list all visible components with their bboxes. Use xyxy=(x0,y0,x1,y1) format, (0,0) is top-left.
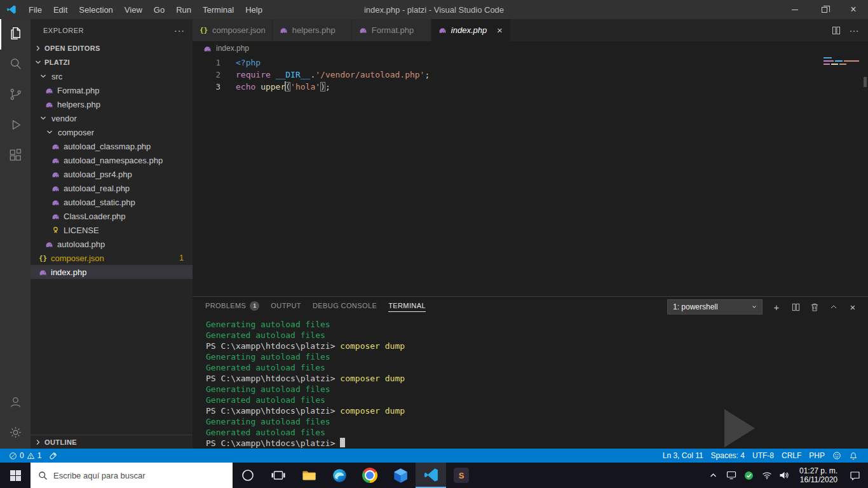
taskbar-search[interactable]: Escribe aquí para buscar xyxy=(31,463,233,488)
tab-helpers-php[interactable]: helpers.php xyxy=(273,19,352,41)
menu-selection[interactable]: Selection xyxy=(73,0,118,19)
php-file-icon xyxy=(279,25,288,35)
split-terminal-button[interactable] xyxy=(788,299,803,315)
open-editors-section[interactable]: OPEN EDITORS xyxy=(31,41,193,55)
close-panel-button[interactable]: × xyxy=(845,299,860,315)
menu-help[interactable]: Help xyxy=(240,0,268,19)
code-editor[interactable]: 1<?php2require __DIR__.'/vendor/autoload… xyxy=(193,55,868,296)
minimap[interactable] xyxy=(824,57,859,67)
start-button[interactable] xyxy=(0,463,31,488)
tree-item-license[interactable]: LICENSE xyxy=(31,223,193,237)
tree-item-helpers-php[interactable]: helpers.php xyxy=(31,97,193,111)
tree-item-autoload-real-php[interactable]: autoload_real.php xyxy=(31,181,193,195)
new-terminal-button[interactable]: + xyxy=(769,299,784,315)
restore-button[interactable] xyxy=(810,0,839,19)
taskbar-chrome-button[interactable] xyxy=(355,463,385,488)
activity-explorer-button[interactable] xyxy=(0,19,31,50)
terminal-output[interactable]: Generating autoload filesGenerated autol… xyxy=(193,317,868,449)
close-button[interactable]: × xyxy=(839,0,868,19)
taskbar-edge-button[interactable] xyxy=(324,463,355,488)
clock-date: 16/11/2020 xyxy=(799,475,837,484)
tree-item-src[interactable]: src xyxy=(31,69,193,83)
panel-tab-problems[interactable]: PROBLEMS1 xyxy=(205,301,259,313)
status-misc-button[interactable] xyxy=(45,449,61,463)
menu-run[interactable]: Run xyxy=(170,0,197,19)
editor-more-actions-icon[interactable]: ··· xyxy=(846,23,862,38)
activity-source-control-button[interactable] xyxy=(0,80,31,111)
panel-tab-label: TERMINAL xyxy=(388,302,426,309)
php-file-icon xyxy=(51,170,60,179)
terminal-line: Generated autoload files xyxy=(206,362,868,373)
menu-view[interactable]: View xyxy=(119,0,148,19)
code-line-content: <?php xyxy=(236,57,261,69)
indentation[interactable]: Spaces: 4 xyxy=(707,449,749,463)
tray-volume-icon[interactable] xyxy=(776,463,793,488)
maximize-panel-button[interactable] xyxy=(826,299,841,315)
php-file-icon xyxy=(51,156,60,165)
activity-run-debug-button[interactable] xyxy=(0,111,31,141)
panel-tab-terminal[interactable]: TERMINAL xyxy=(388,302,426,312)
feedback-button[interactable] xyxy=(829,449,845,463)
activity-account-button[interactable] xyxy=(0,388,31,418)
activity-settings-button[interactable] xyxy=(0,418,31,449)
tree-item-classloader-php[interactable]: ClassLoader.php xyxy=(31,209,193,223)
system-tray: 01:27 p. m. 16/11/2020 xyxy=(705,463,868,488)
tab-composer-json[interactable]: {}composer.json xyxy=(193,19,273,41)
taskbar-apps: S xyxy=(294,463,477,488)
taskbar-clock[interactable]: 01:27 p. m. 16/11/2020 xyxy=(799,466,837,484)
tab-format-php[interactable]: Format.php xyxy=(352,19,431,41)
tray-chevron-up-icon[interactable] xyxy=(705,463,722,488)
panel-tab-debug-console[interactable]: DEBUG CONSOLE xyxy=(313,302,377,312)
tree-item-autoload-namespaces-php[interactable]: autoload_namespaces.php xyxy=(31,153,193,167)
breadcrumb[interactable]: index.php xyxy=(193,41,868,55)
minimize-button[interactable] xyxy=(780,0,810,19)
activity-search-button[interactable] xyxy=(0,50,31,80)
tray-display-icon[interactable] xyxy=(723,463,740,488)
split-editor-button[interactable] xyxy=(829,23,844,38)
terminal-shell-select[interactable]: 1: powershell xyxy=(667,299,763,315)
tray-security-icon[interactable] xyxy=(741,463,757,488)
taskbar-vscode-button[interactable] xyxy=(416,463,446,488)
tree-item-autoload-classmap-php[interactable]: autoload_classmap.php xyxy=(31,139,193,153)
tree-item-autoload-psr4-php[interactable]: autoload_psr4.php xyxy=(31,167,193,181)
menu-go[interactable]: Go xyxy=(148,0,170,19)
tree-item-vendor[interactable]: vendor xyxy=(31,111,193,125)
problems-status[interactable]: 0 1 xyxy=(5,449,45,463)
menu-edit[interactable]: Edit xyxy=(48,0,73,19)
taskbar-blue-cube-app-button[interactable] xyxy=(385,463,416,488)
tree-item-composer[interactable]: composer xyxy=(31,125,193,139)
cortana-icon xyxy=(241,468,255,482)
tree-item-autoload-php[interactable]: autoload.php xyxy=(31,237,193,251)
cortana-button[interactable] xyxy=(233,463,263,488)
panel-tab-output[interactable]: OUTPUT xyxy=(271,302,301,312)
menu-terminal[interactable]: Terminal xyxy=(197,0,240,19)
notifications-button[interactable] xyxy=(845,449,862,463)
taskbar-file-explorer-button[interactable] xyxy=(294,463,324,488)
eol-selector[interactable]: CRLF xyxy=(778,449,805,463)
tab-index-php[interactable]: index.php× xyxy=(431,19,511,41)
tree-item-label: vendor xyxy=(51,114,77,123)
scrollbar-marker[interactable] xyxy=(864,77,867,87)
php-file-icon xyxy=(44,100,54,109)
tree-item-autoload-static-php[interactable]: autoload_static.php xyxy=(31,195,193,209)
php-file-icon xyxy=(438,25,447,35)
explorer-more-actions-icon[interactable]: ··· xyxy=(174,25,185,36)
menu-file[interactable]: File xyxy=(23,0,48,19)
language-mode[interactable]: PHP xyxy=(805,449,829,463)
tray-network-icon[interactable] xyxy=(759,463,775,488)
tree-item-format-php[interactable]: Format.php xyxy=(31,83,193,97)
action-center-button[interactable] xyxy=(844,463,865,488)
tab-close-icon[interactable]: × xyxy=(496,25,504,36)
activity-extensions-button[interactable] xyxy=(0,141,31,172)
window-title: index.php - platzi - Visual Studio Code xyxy=(364,5,504,15)
kill-terminal-button[interactable] xyxy=(807,299,822,315)
tree-item-index-php[interactable]: index.php xyxy=(31,265,193,279)
encoding[interactable]: UTF-8 xyxy=(749,449,778,463)
taskbar-s-app-button[interactable]: S xyxy=(446,463,477,488)
tree-item-composer-json[interactable]: {}composer.json1 xyxy=(31,251,193,265)
code-token: upper xyxy=(261,82,285,92)
outline-section[interactable]: OUTLINE xyxy=(31,435,193,449)
task-view-button[interactable] xyxy=(263,463,294,488)
project-root-section[interactable]: PLATZI xyxy=(31,55,193,69)
cursor-position[interactable]: Ln 3, Col 11 xyxy=(659,449,707,463)
